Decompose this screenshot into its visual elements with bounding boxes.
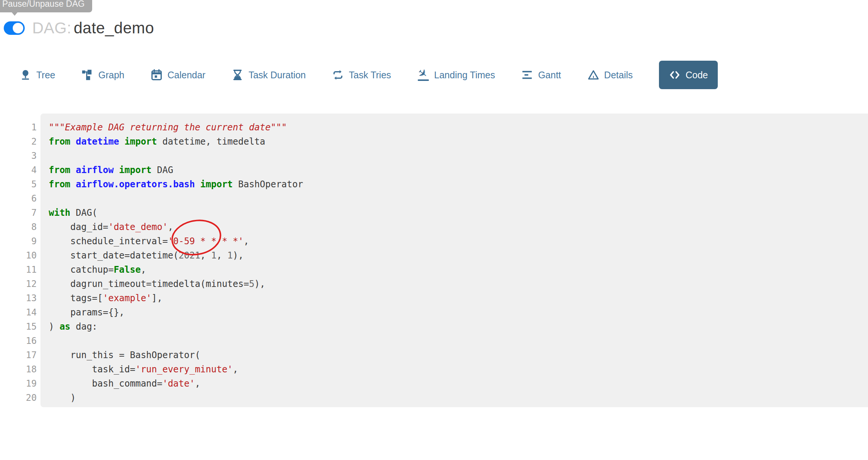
plane-landing-icon: ✈ — [417, 69, 429, 81]
code-line-18: task_id='run_every_minute', — [49, 362, 864, 376]
code-view: 1234567891011121314151617181920 """Examp… — [0, 114, 868, 407]
line-number-gutter: 1234567891011121314151617181920 — [0, 114, 40, 405]
code-line-20: ) — [49, 391, 864, 405]
toggle-knob — [13, 23, 23, 33]
line-number: 16 — [0, 334, 37, 348]
tab-label: Tree — [36, 70, 55, 81]
code-line-15: ) as dag: — [49, 320, 864, 334]
code-line-17: run_this = BashOperator( — [49, 348, 864, 362]
code-line-2: from datetime import datetime, timedelta — [49, 134, 864, 149]
line-number: 11 — [0, 263, 37, 277]
airflow-code-page: Pause/Unpause DAG DAG:date_demo TreeGrap… — [0, 0, 868, 460]
pause-unpause-tooltip: Pause/Unpause DAG — [0, 0, 92, 12]
code-line-16 — [49, 334, 864, 348]
line-number: 13 — [0, 291, 37, 305]
line-number: 18 — [0, 362, 37, 376]
line-number: 12 — [0, 277, 37, 291]
details-icon — [587, 69, 599, 81]
code-line-1: """Example DAG returning the current dat… — [49, 120, 864, 134]
tab-code[interactable]: Code — [659, 61, 718, 89]
code-line-3 — [49, 149, 864, 163]
code-line-14: params={}, — [49, 305, 864, 320]
dag-pause-toggle[interactable] — [4, 21, 25, 35]
line-number: 5 — [0, 177, 37, 191]
tab-label: Landing Times — [434, 70, 495, 81]
code-line-19: bash_command='date', — [49, 376, 864, 391]
line-number: 15 — [0, 320, 37, 334]
tab-calendar[interactable]: Calendar — [151, 61, 205, 89]
line-number: 20 — [0, 391, 37, 405]
line-number: 3 — [0, 149, 37, 163]
tab-label: Task Duration — [248, 70, 306, 81]
code-line-5: from airflow.operators.bash import BashO… — [49, 177, 864, 191]
line-number: 10 — [0, 248, 37, 263]
code-line-9: schedule_interval='0-59 * * * *', — [49, 234, 864, 248]
line-number: 17 — [0, 348, 37, 362]
line-number: 8 — [0, 220, 37, 234]
line-number: 7 — [0, 206, 37, 220]
code-line-8: dag_id='date_demo', — [49, 220, 864, 234]
tab-label: Graph — [98, 70, 124, 81]
tab-gantt[interactable]: Gantt — [521, 61, 561, 89]
tree-icon — [19, 69, 31, 81]
line-number: 4 — [0, 163, 37, 177]
code-line-12: dagrun_timeout=timedelta(minutes=5), — [49, 277, 864, 291]
code-line-7: with DAG( — [49, 206, 864, 220]
line-number: 9 — [0, 234, 37, 248]
hourglass-icon — [232, 69, 244, 81]
tab-tree[interactable]: Tree — [19, 61, 55, 89]
code-line-13: tags=['example'], — [49, 291, 864, 305]
dag-label: DAG: — [32, 19, 72, 37]
tab-label: Details — [604, 70, 633, 81]
line-number: 1 — [0, 120, 37, 134]
tooltip-text: Pause/Unpause DAG — [2, 0, 85, 9]
tab-landing-times[interactable]: ✈Landing Times — [417, 61, 495, 89]
line-number: 2 — [0, 134, 37, 149]
tab-task-duration[interactable]: Task Duration — [232, 61, 306, 89]
tab-label: Gantt — [538, 70, 561, 81]
tab-label: Calendar — [167, 70, 205, 81]
calendar-icon — [151, 69, 163, 81]
tab-label: Code — [686, 70, 708, 81]
gantt-icon — [521, 69, 533, 81]
page-title: DAG:date_demo — [32, 19, 154, 37]
line-number: 14 — [0, 305, 37, 320]
tab-label: Task Tries — [349, 70, 391, 81]
line-number: 6 — [0, 191, 37, 206]
code-pane: """Example DAG returning the current dat… — [40, 114, 868, 407]
graph-icon — [81, 69, 93, 81]
tab-details[interactable]: Details — [587, 61, 633, 89]
code-icon — [669, 69, 681, 81]
code-line-10: start_date=datetime(2021, 1, 1), — [49, 248, 864, 263]
code-line-4: from airflow import DAG — [49, 163, 864, 177]
repeat-icon — [332, 69, 344, 81]
dag-view-tabs: TreeGraphCalendarTask DurationTask Tries… — [19, 61, 718, 89]
tab-task-tries[interactable]: Task Tries — [332, 61, 391, 89]
code-line-11: catchup=False, — [49, 263, 864, 277]
tab-graph[interactable]: Graph — [81, 61, 124, 89]
dag-name: date_demo — [74, 19, 154, 37]
code-line-6 — [49, 191, 864, 206]
line-number: 19 — [0, 376, 37, 391]
